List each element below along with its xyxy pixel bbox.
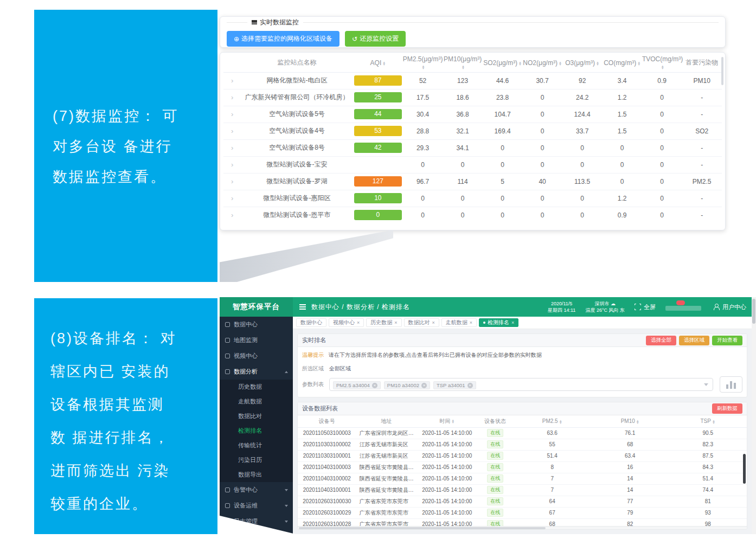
- params-select[interactable]: PM2.5 a34004×PM10 a34002×TSP a34001×: [329, 378, 713, 391]
- tab-视频中心[interactable]: 视频中心×: [329, 318, 364, 327]
- expand-cell[interactable]: ›: [223, 173, 241, 190]
- close-icon[interactable]: ×: [470, 320, 472, 325]
- remove-tag-icon[interactable]: ×: [372, 383, 377, 388]
- column-header[interactable]: PM10▲▼: [591, 415, 669, 427]
- chart-view-button[interactable]: [720, 376, 742, 393]
- sidebar-item-地图监测[interactable]: 地图监测: [220, 332, 293, 348]
- notification-logo[interactable]: [665, 303, 703, 311]
- column-header[interactable]: 时间▲▼: [417, 415, 477, 427]
- sidebar-item-数据分析[interactable]: 数据分析: [220, 364, 293, 380]
- 选择区域-button[interactable]: 选择区域: [679, 336, 709, 345]
- sort-icon[interactable]: ▲▼: [559, 61, 562, 66]
- sort-icon[interactable]: ▲▼: [661, 65, 664, 69]
- sidebar-subitem-传输统计[interactable]: 传输统计: [220, 438, 293, 453]
- tab-走航数据[interactable]: 走航数据×: [441, 318, 477, 327]
- station-row[interactable]: ›空气站测试设备4号5328.832.1169.4033.71.50SO2: [223, 123, 722, 139]
- value-cell: 7: [513, 473, 591, 484]
- station-row[interactable]: ›广东新兴铸管有限公司（环冷机房）2517.518.623.8024.21.20…: [223, 89, 722, 106]
- station-row[interactable]: ›网格化微型站-电白区875212344.630.7923.40.9PM10: [223, 72, 722, 89]
- value-cell: 江苏省无锡市新吴区: [356, 439, 417, 450]
- column-header[interactable]: AQI▲▼: [353, 54, 403, 72]
- sort-icon[interactable]: ▲▼: [712, 420, 715, 424]
- station-row[interactable]: ›空气站测试设备5号4430.436.8104.70124.41.50-: [223, 106, 722, 123]
- sidebar-subitem-历史数据[interactable]: 历史数据: [220, 380, 293, 394]
- close-icon[interactable]: ×: [357, 320, 360, 325]
- station-row[interactable]: ›微型站测试设备-宝安0000000-: [223, 156, 722, 173]
- city-text: 深圳市: [594, 301, 609, 306]
- realtime-monitor-panel: 实时数据监控 ⊕ 选择需要监控的网格化区域设备 ↺ 还原监控设置: [220, 16, 726, 48]
- close-icon[interactable]: ×: [511, 320, 514, 325]
- station-row[interactable]: ›微型站测试设备-惠阳区10000001.20-: [223, 190, 722, 207]
- column-header-label: SO2(μg/m³): [483, 59, 517, 67]
- remove-tag-icon[interactable]: ×: [467, 383, 473, 388]
- device-id-cell: 2020110303100001: [298, 450, 356, 461]
- column-header[interactable]: PM2.5▲▼: [513, 415, 591, 427]
- tab-数据中心[interactable]: 数据中心: [296, 318, 326, 327]
- 开始查看-button[interactable]: 开始查看: [712, 336, 742, 345]
- refresh-data-button[interactable]: 刷新数据: [712, 403, 742, 414]
- sort-icon[interactable]: ▲▼: [382, 61, 386, 66]
- sidebar-item-设备运维[interactable]: 设备运维: [220, 498, 293, 514]
- sidebar-subitem-污染日历[interactable]: 污染日历: [220, 453, 293, 467]
- table-scrollbar[interactable]: [743, 454, 746, 484]
- sidebar-subitem-检测排名[interactable]: 检测排名: [220, 423, 293, 438]
- expand-cell[interactable]: ›: [223, 139, 241, 156]
- column-header-label: 设备状态: [484, 418, 506, 424]
- close-icon[interactable]: ×: [432, 320, 435, 325]
- column-header[interactable]: O3(μg/m³)▲▼: [562, 54, 603, 72]
- param-tag[interactable]: TSP a34001×: [433, 381, 476, 389]
- remove-tag-icon[interactable]: ×: [421, 383, 427, 388]
- restore-monitor-settings-button[interactable]: ↺ 还原监控设置: [345, 31, 406, 47]
- sort-down-icon: ▼: [712, 422, 715, 424]
- user-center-button[interactable]: 用户中心: [713, 303, 746, 311]
- value-cell: 0: [642, 139, 682, 156]
- sort-icon[interactable]: ▲▼: [518, 61, 522, 66]
- tab-历史数据[interactable]: 历史数据×: [366, 318, 401, 327]
- station-row[interactable]: ›空气站测试设备8号4229.334.100000-: [223, 139, 722, 156]
- expand-cell[interactable]: ›: [223, 89, 241, 106]
- select-grid-devices-button[interactable]: ⊕ 选择需要监控的网格化区域设备: [227, 31, 339, 47]
- expand-cell[interactable]: ›: [223, 207, 241, 223]
- station-name-cell: 微型站测试设备-恩平市: [241, 207, 353, 223]
- expand-cell[interactable]: ›: [223, 106, 241, 123]
- sort-icon[interactable]: ▲▼: [451, 419, 454, 423]
- sidebar-subitem-数据比对[interactable]: 数据比对: [220, 409, 293, 423]
- fullscreen-button[interactable]: 全屏: [635, 303, 656, 311]
- sidebar-item-数据中心[interactable]: 数据中心: [220, 317, 293, 332]
- param-tag[interactable]: PM10 a34002×: [384, 381, 430, 389]
- tab-数据比对[interactable]: 数据比对×: [404, 318, 439, 327]
- sidebar-item-视频中心[interactable]: 视频中心: [220, 348, 293, 364]
- sidebar-subitem-数据导出[interactable]: 数据导出: [220, 467, 293, 482]
- expand-cell[interactable]: ›: [223, 72, 241, 89]
- close-icon[interactable]: ×: [394, 320, 397, 325]
- column-header[interactable]: TVOC(mg/m³)▲▼: [642, 54, 682, 72]
- column-header[interactable]: PM2.5(μg/m³)▲▼: [403, 54, 443, 72]
- sort-icon[interactable]: ▲▼: [636, 420, 639, 424]
- expand-cell[interactable]: ›: [223, 123, 241, 139]
- sort-icon[interactable]: ▲▼: [559, 420, 562, 424]
- column-header[interactable]: PM10(μg/m³)▲▼: [443, 54, 483, 72]
- station-row[interactable]: ›微型站测试设备-恩平市0000000.90-: [223, 207, 722, 223]
- sidebar-subitem-走航数据[interactable]: 走航数据: [220, 394, 293, 409]
- column-header[interactable]: SO2(μg/m³)▲▼: [483, 54, 523, 72]
- page-scrollbar[interactable]: [752, 297, 756, 534]
- expand-cell[interactable]: ›: [223, 156, 241, 173]
- horizontal-scrollbar[interactable]: [298, 526, 747, 529]
- sort-icon[interactable]: ▲▼: [637, 61, 640, 66]
- sort-icon[interactable]: ▲▼: [462, 65, 465, 69]
- scrollbar[interactable]: [721, 57, 723, 85]
- tab-检测排名[interactable]: 检测排名×: [479, 318, 518, 327]
- collapse-menu-icon[interactable]: [299, 303, 306, 311]
- caption-8: (8)设备排名： 对辖区内已 安装的设备根据其监测数 据进行排名，进而筛选出 污…: [34, 298, 217, 534]
- sort-icon[interactable]: ▲▼: [422, 65, 425, 69]
- column-header[interactable]: NO2(μg/m³)▲▼: [522, 54, 562, 72]
- station-row[interactable]: ›微型站测试设备-罗湖12796.7114540113.500PM2.5: [223, 173, 722, 190]
- sidebar-item-告警中心[interactable]: 告警中心: [220, 482, 293, 498]
- param-tag[interactable]: PM2.5 a34004×: [333, 381, 381, 389]
- expand-cell[interactable]: ›: [223, 190, 241, 207]
- sort-icon[interactable]: ▲▼: [596, 61, 599, 66]
- column-header[interactable]: CO(mg/m³)▲▼: [602, 54, 642, 72]
- 选择全部-button[interactable]: 选择全部: [646, 336, 676, 345]
- column-header[interactable]: TSP▲▼: [669, 415, 747, 427]
- value-cell: 2020-11-05 14:10:00: [417, 496, 477, 507]
